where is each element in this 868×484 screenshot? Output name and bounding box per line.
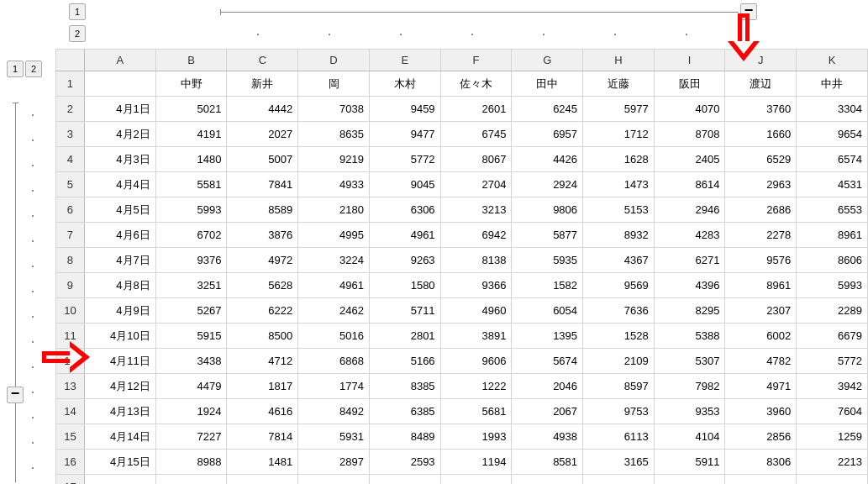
cell-D10[interactable]: 2462	[298, 298, 370, 324]
cell-B10[interactable]: 5267	[155, 298, 227, 324]
cell-G12[interactable]: 5674	[512, 349, 583, 374]
cell-F9[interactable]: 9366	[440, 273, 512, 298]
cell-C16[interactable]: 1481	[227, 450, 298, 475]
cell-H11[interactable]: 1528	[583, 324, 655, 349]
cell-D8[interactable]: 3224	[298, 248, 370, 273]
cell-B14[interactable]: 1924	[155, 399, 227, 424]
cell-F3[interactable]: 6745	[440, 122, 512, 147]
cell-G14[interactable]: 2067	[512, 399, 583, 424]
cell-B9[interactable]: 3251	[155, 273, 227, 298]
cell-F5[interactable]: 2704	[440, 172, 512, 197]
cell-G17[interactable]	[512, 475, 583, 485]
cell-D13[interactable]: 1774	[298, 374, 370, 399]
cell-I9[interactable]: 4396	[654, 273, 725, 298]
cell-K9[interactable]: 5993	[797, 273, 868, 298]
row-header-9[interactable]: 9	[56, 273, 85, 298]
column-outline-level-2[interactable]: 2	[69, 25, 86, 42]
cell-K6[interactable]: 6553	[797, 197, 868, 223]
cell-A2[interactable]: 4月1日	[84, 97, 155, 122]
cell-K11[interactable]: 6679	[797, 324, 868, 349]
cell-C11[interactable]: 8500	[227, 324, 298, 349]
column-header-A[interactable]: A	[84, 50, 155, 71]
cell-K10[interactable]: 2289	[797, 298, 868, 324]
cell-B13[interactable]: 4479	[155, 374, 227, 399]
cell-A16[interactable]: 4月15日	[84, 450, 155, 475]
cell-G7[interactable]: 5877	[512, 223, 583, 248]
cell-B7[interactable]: 6702	[155, 223, 227, 248]
cell-E2[interactable]: 9459	[369, 97, 440, 122]
row-header-5[interactable]: 5	[56, 172, 85, 197]
cell-E16[interactable]: 2593	[369, 450, 440, 475]
cell-K15[interactable]: 1259	[797, 424, 868, 450]
cell-I4[interactable]: 2405	[654, 147, 725, 172]
cell-H3[interactable]: 1712	[583, 122, 655, 147]
cell-E6[interactable]: 6306	[369, 197, 440, 223]
cell-I8[interactable]: 6271	[654, 248, 725, 273]
cell-A6[interactable]: 4月5日	[84, 197, 155, 223]
cell-F12[interactable]: 9606	[440, 349, 512, 374]
cell-D1[interactable]: 岡	[298, 71, 370, 97]
cell-C6[interactable]: 8589	[227, 197, 298, 223]
cell-A10[interactable]: 4月9日	[84, 298, 155, 324]
cell-C9[interactable]: 5628	[227, 273, 298, 298]
cell-E12[interactable]: 5166	[369, 349, 440, 374]
cell-J16[interactable]: 8306	[725, 450, 797, 475]
row-header-4[interactable]: 4	[56, 147, 85, 172]
cell-J8[interactable]: 9576	[725, 248, 797, 273]
cell-G16[interactable]: 8581	[512, 450, 583, 475]
column-header-I[interactable]: I	[654, 50, 725, 71]
cell-K13[interactable]: 3942	[797, 374, 868, 399]
cell-J13[interactable]: 4971	[725, 374, 797, 399]
cell-A15[interactable]: 4月14日	[84, 424, 155, 450]
cell-C15[interactable]: 7814	[227, 424, 298, 450]
cell-J12[interactable]: 4782	[725, 349, 797, 374]
cell-G5[interactable]: 2924	[512, 172, 583, 197]
cell-H12[interactable]: 2109	[583, 349, 655, 374]
cell-G15[interactable]: 4938	[512, 424, 583, 450]
cell-A13[interactable]: 4月12日	[84, 374, 155, 399]
cell-F16[interactable]: 1194	[440, 450, 512, 475]
cell-C14[interactable]: 4616	[227, 399, 298, 424]
column-outline-level-1[interactable]: 1	[69, 3, 86, 20]
cell-I16[interactable]: 5911	[654, 450, 725, 475]
select-all-corner[interactable]	[56, 50, 85, 71]
cell-E14[interactable]: 6385	[369, 399, 440, 424]
cell-F8[interactable]: 8138	[440, 248, 512, 273]
cell-H15[interactable]: 6113	[583, 424, 655, 450]
cell-F2[interactable]: 2601	[440, 97, 512, 122]
cell-E1[interactable]: 木村	[369, 71, 440, 97]
cell-C5[interactable]: 7841	[227, 172, 298, 197]
row-header-16[interactable]: 16	[56, 450, 85, 475]
cell-H14[interactable]: 9753	[583, 399, 655, 424]
cell-C13[interactable]: 1817	[227, 374, 298, 399]
cell-I17[interactable]	[654, 475, 725, 485]
cell-K14[interactable]: 7604	[797, 399, 868, 424]
cell-C2[interactable]: 4442	[227, 97, 298, 122]
cell-C8[interactable]: 4972	[227, 248, 298, 273]
cell-H13[interactable]: 8597	[583, 374, 655, 399]
cell-G4[interactable]: 4426	[512, 147, 583, 172]
cell-E3[interactable]: 9477	[369, 122, 440, 147]
cell-D5[interactable]: 4933	[298, 172, 370, 197]
cell-J5[interactable]: 2963	[725, 172, 797, 197]
cell-E9[interactable]: 1580	[369, 273, 440, 298]
cell-E8[interactable]: 9263	[369, 248, 440, 273]
cell-C1[interactable]: 新井	[227, 71, 298, 97]
cell-J14[interactable]: 3960	[725, 399, 797, 424]
cell-D2[interactable]: 7038	[298, 97, 370, 122]
cell-G8[interactable]: 5935	[512, 248, 583, 273]
column-header-F[interactable]: F	[440, 50, 512, 71]
cell-E10[interactable]: 5711	[369, 298, 440, 324]
cell-F6[interactable]: 3213	[440, 197, 512, 223]
cell-G1[interactable]: 田中	[512, 71, 583, 97]
row-header-7[interactable]: 7	[56, 223, 85, 248]
cell-I1[interactable]: 阪田	[654, 71, 725, 97]
cell-J10[interactable]: 2307	[725, 298, 797, 324]
cell-J2[interactable]: 3760	[725, 97, 797, 122]
cell-J17[interactable]	[725, 475, 797, 485]
cell-D7[interactable]: 4995	[298, 223, 370, 248]
cell-H9[interactable]: 9569	[583, 273, 655, 298]
spreadsheet-grid[interactable]: ABCDEFGHIJK1中野新井岡木村佐々木田中近藤阪田渡辺中井24月1日502…	[55, 49, 868, 484]
cell-C12[interactable]: 4712	[227, 349, 298, 374]
cell-H5[interactable]: 1473	[583, 172, 655, 197]
